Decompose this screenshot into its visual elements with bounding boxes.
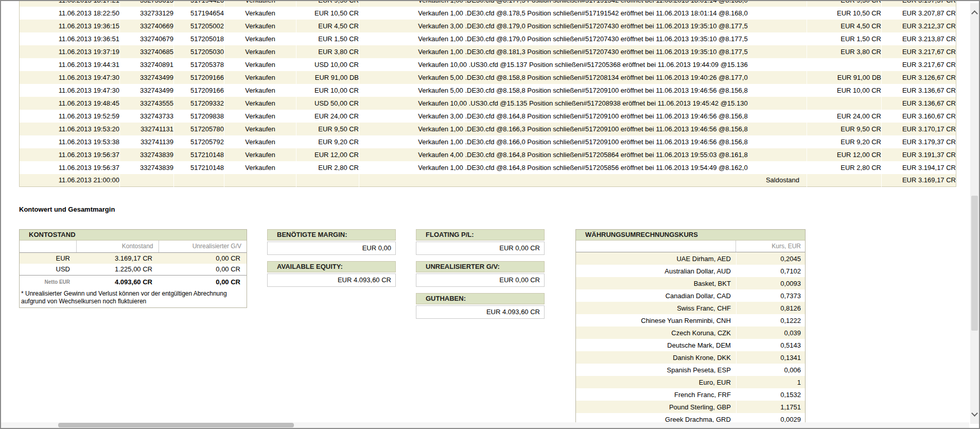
currency-rate-panel: WÄHRUNGSUMRECHNUNGSKURS Kurs, EUR UAE Di… (575, 229, 806, 429)
cell-order: 332740669 (120, 20, 174, 32)
cell-order: 332733129 (120, 7, 174, 20)
cell-description: Verkaufen 10,00 .US30.cfd @15.135 Positi… (359, 97, 807, 110)
cell-description: Verkaufen 4,00 .DE30.cfd @8.164,8 Positi… (359, 148, 807, 161)
currency-name: Basket, BKT (576, 277, 736, 289)
cell-description: Verkaufen 1,00 .DE30.cfd @8.166,3 Positi… (359, 123, 807, 135)
cell-order: 332741139 (120, 135, 174, 148)
saldo-row: 11.06.2013 21:00:00SaldostandEUR 3.169,1… (20, 174, 956, 187)
transaction-row: 11.06.2013 19:37:19332740685517205030Ver… (20, 45, 956, 58)
cell-order: 332743499 (120, 84, 174, 97)
transaction-row: 11.06.2013 19:53:20332741131517205780Ver… (20, 123, 956, 135)
cell-amount2: EUR 91,00 DB (807, 71, 882, 84)
currency-rate: 0,7373 (736, 289, 805, 302)
horizontal-scrollbar-thumb[interactable] (58, 423, 294, 427)
cell-type: Verkaufen (224, 97, 296, 110)
scroll-down-icon[interactable] (971, 410, 978, 417)
currency-name: Spanish Peseta, ESP (576, 364, 736, 376)
cell-date: 11.06.2013 19:44:31 (20, 58, 120, 71)
cell-amount: EUR 10,50 CR (296, 7, 359, 20)
cell-ticket: 517210148 (174, 161, 224, 174)
cell-type: Verkaufen (224, 45, 296, 58)
cell-date: 11.06.2013 19:37:19 (20, 45, 120, 58)
cell-description: Verkaufen 1,00 .DE30.cfd @8.179,0 Positi… (359, 32, 807, 45)
currency-row: UAE Dirham, AED0,2045 (576, 252, 805, 265)
currency-header-empty (576, 241, 736, 252)
cell-amount: EUR 24,00 CR (296, 110, 359, 123)
cell-ticket: 517209166 (174, 84, 224, 97)
cell-date: 11.06.2013 19:53:38 (20, 135, 120, 148)
cell-balance: EUR 3.136,67 CR (882, 97, 956, 110)
currency-rate-title: WÄHRUNGSUMRECHNUNGSKURS (576, 230, 805, 241)
cell-ticket: 517205002 (174, 20, 224, 32)
cell-ticket (174, 174, 224, 187)
kontostand-row-netto: Netto EUR 4.093,60 CR 0,00 CR (20, 275, 247, 289)
cell-ticket: 517194654 (174, 7, 224, 20)
horizontal-scrollbar[interactable] (1, 422, 969, 428)
currency-name: Canadian Dollar, CAD (576, 289, 736, 302)
cell-ticket: 517209332 (174, 97, 224, 110)
currency-name: Swiss Franc, CHF (576, 302, 736, 314)
currency-row: Basket, BKT0,0093 (576, 277, 805, 289)
currency-table: UAE Dirham, AED0,2045Australian Dollar, … (576, 252, 805, 425)
currency-rate: 0,7102 (736, 265, 805, 277)
currency-row: Swiss Franc, CHF0,8126 (576, 302, 805, 314)
vertical-scrollbar[interactable] (970, 3, 979, 424)
cell-date: 11.06.2013 19:36:51 (20, 32, 120, 45)
currency-label: EUR (20, 252, 76, 264)
currency-row: Deutsche Mark, DEM0,5143 (576, 339, 805, 351)
cell-ticket: 517205792 (174, 135, 224, 148)
benoetigte-margin-value: EUR 0,00 (267, 242, 396, 255)
cell-balance: EUR 3.207,87 CR (882, 7, 956, 20)
cell-amount2: EUR 10,50 CR (807, 7, 882, 20)
benoetigte-margin-box: BENÖTIGTE MARGIN: EUR 0,00 (267, 229, 396, 255)
cell-amount: EUR 9,20 CR (296, 135, 359, 148)
cell-date: 11.06.2013 19:47:30 (20, 71, 120, 84)
cell-balance: EUR 3.191,37 CR (882, 148, 956, 161)
currency-row: Danish Krone, DKK0,1341 (576, 351, 805, 364)
cell-type: Verkaufen (224, 71, 296, 84)
cell-balance: EUR 3.136,67 CR (882, 84, 956, 97)
netto-unrealized-value: 0,00 CR (159, 275, 247, 289)
cell-type: Verkaufen (224, 148, 296, 161)
currency-rate: 0,5143 (736, 339, 805, 351)
vertical-scrollbar-thumb[interactable] (971, 196, 978, 331)
cell-description: Saldostand (359, 174, 807, 187)
cell-amount2: EUR 4,50 CR (807, 20, 882, 32)
cell-ticket: 517194426 (174, 0, 224, 7)
kontostand-footnote: * Unrealisierter Gewinn und Verlust könn… (20, 289, 247, 307)
currency-rate: 0,1532 (736, 388, 805, 401)
guthaben-box: GUTHABEN: EUR 4.093,60 CR (416, 293, 545, 319)
cell-description: Verkaufen 5,00 .DE30.cfd @8.158,8 Positi… (359, 84, 807, 97)
transaction-row: 11.06.2013 19:56:37332743839517210148Ver… (20, 161, 956, 174)
cell-description: Verkaufen 5,00 .DE30.cfd @8.158,8 Positi… (359, 71, 807, 84)
cell-date: 11.06.2013 19:36:15 (20, 20, 120, 32)
cell-description: Verkaufen 1,00 .DE30.cfd @8.178,5 Positi… (359, 7, 807, 20)
currency-rate: 0,8126 (736, 302, 805, 314)
cell-order: 332740679 (120, 32, 174, 45)
kontostand-row-eur: EUR 3.169,17 CR 0,00 CR (20, 252, 247, 264)
currency-rate: 0,039 (736, 327, 805, 339)
transaction-row: 11.06.2013 19:52:59332743733517209838Ver… (20, 110, 956, 123)
available-equity-value: EUR 4.093,60 CR (267, 273, 396, 287)
floating-pl-box: FLOATING P/L: EUR 0,00 CR (416, 229, 545, 255)
unrealized-value: 0,00 CR (159, 264, 247, 275)
cell-ticket: 517205030 (174, 45, 224, 58)
cell-type: Verkaufen (224, 110, 296, 123)
cell-ticket: 517209838 (174, 110, 224, 123)
cell-date: 11.06.2013 18:17:21 (20, 0, 120, 7)
transaction-row: 11.06.2013 18:17:21332733615517194426Ver… (20, 0, 956, 7)
cell-description: Verkaufen 1,00 .DE30.cfd @8.164,8 Positi… (359, 161, 807, 174)
netto-label: Netto EUR (20, 275, 76, 289)
currency-rate: 1,1751 (736, 401, 805, 413)
scroll-up-icon[interactable] (971, 10, 978, 17)
cell-balance: EUR 3.217,67 CR (882, 58, 956, 71)
currency-row: Euro, EUR1 (576, 376, 805, 388)
cell-amount2: EUR 10,00 CR (807, 84, 882, 97)
cell-type: Verkaufen (224, 84, 296, 97)
cell-type (224, 174, 296, 187)
cell-date: 11.06.2013 19:56:37 (20, 161, 120, 174)
currency-name: UAE Dirham, AED (576, 252, 736, 265)
cell-amount2 (807, 174, 882, 187)
transaction-row: 11.06.2013 19:47:30332743499517209166Ver… (20, 84, 956, 97)
transaction-row: 11.06.2013 19:36:15332740669517205002Ver… (20, 20, 956, 32)
